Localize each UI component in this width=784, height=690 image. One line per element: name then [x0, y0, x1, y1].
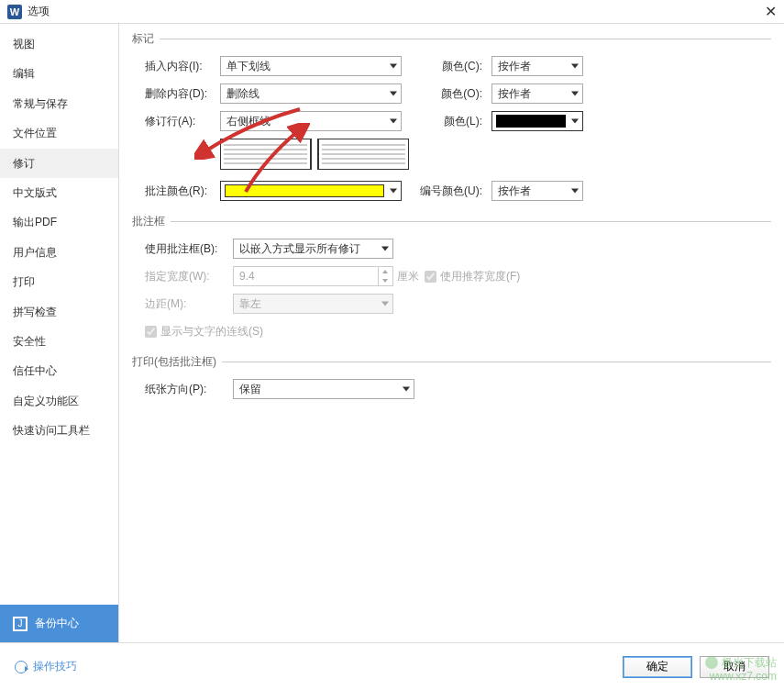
revline-color-label: 颜色(L):	[418, 114, 491, 129]
use-balloon-label: 使用批注框(B):	[145, 241, 233, 257]
revline-label: 修订行(A):	[145, 114, 220, 129]
chevron-down-icon	[381, 302, 389, 306]
sidebar-item-ribbon[interactable]: 自定义功能区	[0, 386, 118, 416]
chevron-down-icon	[390, 92, 397, 96]
sidebar-item-pdf[interactable]: 输出PDF	[0, 207, 118, 237]
checkbox-icon	[425, 271, 436, 283]
spin-up-icon	[378, 267, 392, 276]
number-color-dropdown[interactable]: 按作者	[491, 181, 583, 201]
close-icon[interactable]: ✕	[749, 3, 777, 20]
margin-label: 边距(M):	[145, 296, 233, 312]
section-balloon-legend: 批注框	[132, 214, 171, 229]
sidebar-item-userinfo[interactable]: 用户信息	[0, 238, 118, 267]
recommended-width-checkbox: 使用推荐宽度(F)	[425, 269, 520, 284]
sidebar-item-spellcheck[interactable]: 拼写检查	[0, 297, 118, 327]
revline-color-dropdown[interactable]	[491, 111, 583, 131]
title-bar: W 选项 ✕	[0, 0, 784, 24]
chevron-down-icon	[390, 119, 397, 124]
revline-dropdown[interactable]: 右侧框线	[220, 111, 402, 131]
tips-link[interactable]: 操作技巧	[15, 659, 77, 674]
section-marking: 标记 插入内容(I): 单下划线 颜色(C): 按作者 删除内容(D): 删除线…	[132, 31, 771, 205]
use-balloon-dropdown[interactable]: 以嵌入方式显示所有修订	[233, 239, 393, 259]
backup-center-button[interactable]: J 备份中心	[0, 605, 118, 642]
chevron-down-icon	[390, 64, 397, 69]
sidebar-item-revision[interactable]: 修订	[0, 149, 118, 178]
showline-checkbox: 显示与文字的连线(S)	[145, 324, 263, 339]
sidebar-item-filelocation[interactable]: 文件位置	[0, 118, 118, 148]
section-marking-legend: 标记	[132, 31, 160, 47]
tips-label: 操作技巧	[33, 659, 77, 674]
section-print-legend: 打印(包括批注框)	[132, 354, 222, 370]
sidebar-item-edit[interactable]: 编辑	[0, 59, 118, 88]
sidebar: 视图 编辑 常规与保存 文件位置 修订 中文版式 输出PDF 用户信息 打印 拼…	[0, 24, 119, 642]
chevron-down-icon	[571, 92, 579, 96]
margin-dropdown: 靠左	[233, 294, 393, 314]
orient-label: 纸张方向(P):	[145, 382, 233, 397]
cancel-button[interactable]: 取消	[700, 656, 769, 678]
backup-icon: J	[13, 617, 28, 631]
checkbox-icon	[145, 326, 157, 338]
footer: 操作技巧 确定 取消	[0, 642, 784, 690]
window-title: 选项	[28, 4, 749, 19]
section-print: 打印(包括批注框) 纸张方向(P): 保留	[132, 354, 771, 403]
sidebar-item-print[interactable]: 打印	[0, 267, 118, 296]
delete-dropdown[interactable]: 删除线	[220, 83, 402, 104]
sidebar-item-view[interactable]: 视图	[0, 29, 118, 59]
comment-color-label: 批注颜色(R):	[145, 184, 220, 199]
insert-dropdown[interactable]: 单下划线	[220, 56, 402, 76]
sidebar-item-general[interactable]: 常规与保存	[0, 89, 118, 118]
preview-left-border	[317, 139, 409, 170]
app-icon: W	[7, 5, 22, 19]
width-unit: 厘米	[397, 269, 425, 284]
sidebar-item-security[interactable]: 安全性	[0, 327, 118, 356]
number-color-label: 编号颜色(U):	[418, 184, 491, 199]
revline-preview	[132, 139, 771, 170]
chevron-down-icon	[381, 247, 389, 251]
chevron-down-icon	[403, 387, 410, 392]
ok-button[interactable]: 确定	[623, 656, 692, 678]
insert-label: 插入内容(I):	[145, 59, 220, 74]
chevron-down-icon	[571, 64, 579, 69]
sidebar-item-chinese[interactable]: 中文版式	[0, 178, 118, 207]
chevron-down-icon	[571, 189, 579, 194]
sidebar-item-qat[interactable]: 快速访问工具栏	[0, 416, 118, 445]
insert-color-label: 颜色(C):	[418, 59, 491, 74]
delete-color-label: 颜色(O):	[418, 86, 491, 102]
content-pane: 标记 插入内容(I): 单下划线 颜色(C): 按作者 删除内容(D): 删除线…	[119, 24, 784, 642]
section-balloon: 批注框 使用批注框(B): 以嵌入方式显示所有修订 指定宽度(W): 9.4 厘…	[132, 214, 771, 345]
chevron-down-icon	[571, 119, 579, 124]
insert-color-dropdown[interactable]: 按作者	[491, 56, 583, 76]
sidebar-item-trust[interactable]: 信任中心	[0, 356, 118, 385]
delete-color-dropdown[interactable]: 按作者	[491, 83, 583, 104]
delete-label: 删除内容(D):	[145, 86, 220, 102]
chevron-down-icon	[390, 189, 397, 194]
preview-right-border	[220, 139, 312, 170]
tips-icon	[15, 661, 28, 673]
backup-label: 备份中心	[35, 616, 79, 631]
width-spinner: 9.4	[233, 266, 393, 286]
comment-color-dropdown[interactable]	[220, 181, 402, 201]
orient-dropdown[interactable]: 保留	[233, 379, 414, 399]
width-label: 指定宽度(W):	[145, 269, 233, 284]
spin-down-icon	[378, 276, 392, 285]
